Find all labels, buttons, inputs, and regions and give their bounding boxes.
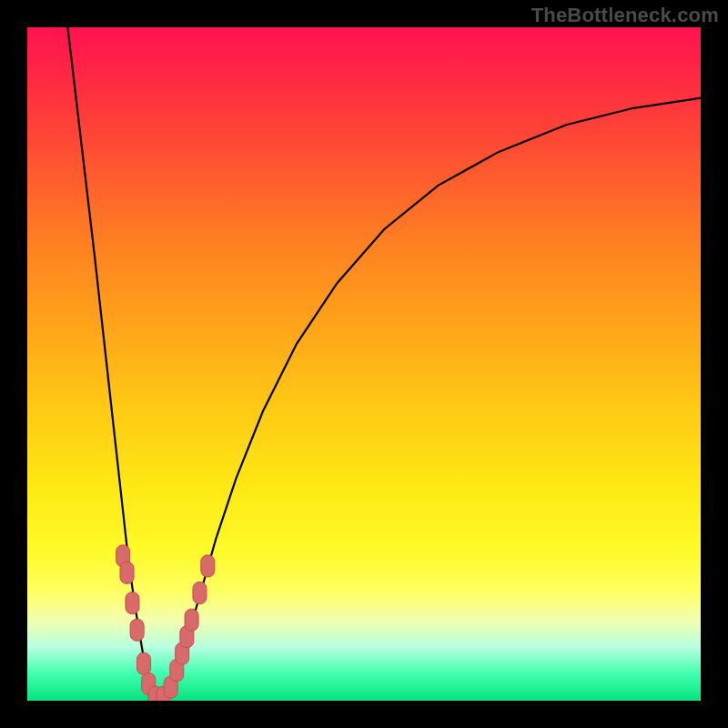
highlight-marker	[130, 619, 144, 641]
curve-layer	[27, 27, 701, 701]
highlight-marker	[126, 592, 139, 614]
highlight-marker	[120, 561, 134, 583]
plot-area	[27, 27, 701, 701]
watermark-text: TheBottleneck.com	[531, 4, 719, 27]
highlight-marker	[185, 609, 198, 631]
curve-right-branch	[179, 98, 702, 667]
highlight-marker	[137, 652, 151, 674]
highlight-marker	[201, 555, 215, 577]
highlight-markers	[116, 545, 215, 701]
curve-left-branch	[67, 27, 151, 694]
highlight-marker	[193, 582, 207, 604]
chart-frame: TheBottleneck.com	[0, 0, 728, 728]
